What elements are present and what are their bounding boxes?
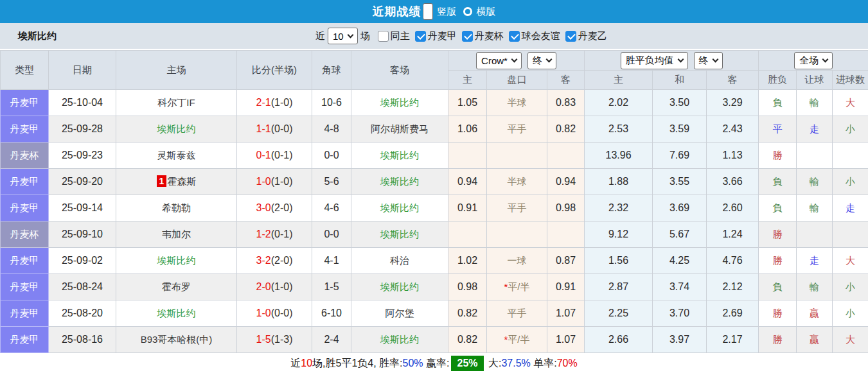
corner-cell: 6-10 bbox=[312, 300, 351, 327]
avg-odds-group-header: 胜平负均值 终 bbox=[585, 51, 759, 71]
checkbox-same-home[interactable] bbox=[378, 31, 389, 42]
radio-circle-icon bbox=[463, 7, 472, 16]
summary-segment: 近 bbox=[290, 357, 301, 370]
date-cell: 25-08-20 bbox=[49, 300, 116, 327]
crow-home-odds-cell: 1.06 bbox=[448, 116, 487, 143]
crow-home-odds-cell: 0.98 bbox=[448, 274, 487, 300]
crow-away-odds-cell: 0.94 bbox=[547, 169, 585, 195]
avg-away-cell: 1.24 bbox=[707, 221, 759, 248]
checkbox-danmark-2nd[interactable] bbox=[565, 31, 576, 42]
matches-label: 场 bbox=[360, 30, 370, 42]
crow-home-odds-cell bbox=[448, 221, 487, 248]
league-cell: 丹麦杯 bbox=[1, 143, 49, 169]
half-time-score: (0-0) bbox=[271, 308, 293, 318]
result-cell: 負 bbox=[759, 169, 797, 195]
full-time-score: 0-1 bbox=[256, 150, 271, 160]
odds-company-value: Crow* bbox=[481, 55, 508, 66]
avg-time-value: 终 bbox=[699, 55, 709, 67]
summary-bar: 近10场,胜5平1负4, 胜率:50% 赢率:25% 大:37.5% 单率:70… bbox=[0, 353, 868, 373]
home-team-cell: 埃斯比约 bbox=[116, 116, 237, 143]
home-team-cell: 埃斯比约 bbox=[116, 300, 237, 327]
subheader-crow-away: 客 bbox=[547, 71, 585, 90]
home-team-name: 霍森斯 bbox=[167, 176, 196, 187]
away-team-cell: 埃斯比约 bbox=[351, 169, 448, 195]
header-type: 类型 bbox=[1, 51, 49, 90]
league-cell: 丹麦甲 bbox=[1, 327, 49, 353]
home-team-name: 埃斯比约 bbox=[157, 123, 196, 134]
avg-away-cell: 2.12 bbox=[707, 274, 759, 300]
home-team-cell: 1霍森斯 bbox=[116, 169, 237, 195]
home-team-cell: 埃斯比约 bbox=[116, 248, 237, 274]
checkbox-label-danmark-1st: 丹麦甲 bbox=[428, 30, 457, 42]
away-team-name: 埃斯比约 bbox=[380, 97, 419, 108]
crow-away-odds-cell: 0.91 bbox=[547, 274, 585, 300]
subheader-winloss: 胜负 bbox=[759, 71, 797, 90]
recent-count-select[interactable]: 10 bbox=[328, 28, 358, 44]
goals-result-cell: 小 bbox=[833, 169, 868, 195]
half-time-score: (1-0) bbox=[271, 281, 293, 292]
half-time-score: (1-0) bbox=[271, 97, 293, 108]
home-team-cell: 科尔丁IF bbox=[116, 90, 237, 116]
away-team-name: 阿尔堡 bbox=[385, 308, 414, 318]
full-time-score: 1-2 bbox=[256, 229, 271, 239]
table-row: 丹麦甲 25-09-28 埃斯比约 1-1(0-0) 4-8 阿尔胡斯费马 1.… bbox=[1, 116, 868, 143]
avg-away-cell: 3.66 bbox=[707, 169, 759, 195]
table-row: 丹麦杯 25-09-10 韦加尔 1-2(0-1) 0-0 埃斯比约 9.12 … bbox=[1, 221, 868, 248]
crow-away-odds-cell: 0.82 bbox=[547, 116, 585, 143]
handicap-result-cell: 輸 bbox=[797, 169, 833, 195]
home-team-name: 霍布罗 bbox=[162, 281, 191, 292]
handicap-cell: 平手 bbox=[487, 300, 547, 327]
crow-home-odds-cell: 1.05 bbox=[448, 90, 487, 116]
subheader-avg-draw: 和 bbox=[653, 71, 707, 90]
filters: 近 10 场 同主丹麦甲丹麦杯球会友谊丹麦乙 bbox=[313, 23, 607, 49]
header-date: 日期 bbox=[49, 51, 116, 90]
away-team-cell: 阿尔胡斯费马 bbox=[351, 116, 448, 143]
handicap-result-cell bbox=[797, 143, 833, 169]
crow-home-odds-cell bbox=[448, 143, 487, 169]
away-team-cell: 科治 bbox=[351, 248, 448, 274]
handicap-result-cell: 輸 bbox=[797, 274, 833, 300]
radio-horizontal-layout[interactable]: 横版 bbox=[463, 6, 496, 18]
away-team-name: 埃斯比约 bbox=[380, 176, 419, 187]
subheader-goals: 进球数 bbox=[833, 71, 868, 90]
avg-away-cell: 3.29 bbox=[707, 90, 759, 116]
full-time-score: 3-2 bbox=[256, 255, 271, 266]
handicap-value: 平手 bbox=[508, 202, 527, 213]
crow-away-odds-cell: 1.07 bbox=[547, 300, 585, 327]
summary-segment: 10 bbox=[301, 358, 312, 369]
table-row: 丹麦甲 25-09-14 希勒勒 3-0(2-0) 4-6 埃斯比约 0.91 … bbox=[1, 195, 868, 221]
radio-vertical-layout[interactable]: 竖版 bbox=[423, 3, 457, 20]
checkbox-danmark-1st[interactable] bbox=[415, 31, 426, 42]
checkbox-club-friendly[interactable] bbox=[509, 31, 520, 42]
scope-select[interactable]: 全场 bbox=[794, 52, 833, 69]
handicap-cell bbox=[487, 221, 547, 248]
summary-segment: 场,胜5平1负4, 胜率: bbox=[312, 357, 402, 370]
filter-bar: 埃斯比约 近 10 场 同主丹麦甲丹麦杯球会友谊丹麦乙 bbox=[0, 23, 868, 50]
avg-draw-cell: 5.67 bbox=[653, 221, 707, 248]
full-time-score: 1-1 bbox=[256, 123, 271, 134]
away-team-name: 埃斯比约 bbox=[380, 334, 419, 345]
avg-time-select[interactable]: 终 bbox=[694, 52, 723, 69]
table-row: 丹麦甲 25-10-04 科尔丁IF 2-1(1-0) 10-6 埃斯比约 1.… bbox=[1, 90, 868, 116]
date-cell: 25-09-28 bbox=[49, 116, 116, 143]
summary-segment: 赢率: bbox=[423, 357, 450, 370]
avg-away-cell: 2.60 bbox=[707, 195, 759, 221]
home-team-name: 埃斯比约 bbox=[157, 308, 196, 318]
avg-home-cell: 9.12 bbox=[585, 221, 653, 248]
checkbox-danmark-cup[interactable] bbox=[462, 31, 473, 42]
odds-time-select[interactable]: 终 bbox=[527, 52, 556, 69]
result-group-header: 全场 bbox=[759, 51, 868, 71]
handicap-value: 平/半 bbox=[508, 334, 529, 345]
recent-label: 近 bbox=[315, 30, 325, 42]
handicap-value: 平/半 bbox=[508, 281, 529, 292]
result-cell: 勝 bbox=[759, 221, 797, 248]
corner-cell: 0-0 bbox=[312, 143, 351, 169]
home-team-name: 灵斯泰兹 bbox=[157, 150, 196, 160]
full-time-score: 1-0 bbox=[256, 176, 271, 187]
odds-company-select[interactable]: Crow* bbox=[476, 52, 522, 69]
handicap-value: 平手 bbox=[508, 308, 527, 318]
layout-radio-group: 竖版横版 bbox=[421, 3, 496, 20]
avg-type-select[interactable]: 胜平负均值 bbox=[621, 52, 688, 69]
home-team-name: 希勒勒 bbox=[162, 202, 191, 213]
crow-away-odds-cell: 0.98 bbox=[547, 195, 585, 221]
